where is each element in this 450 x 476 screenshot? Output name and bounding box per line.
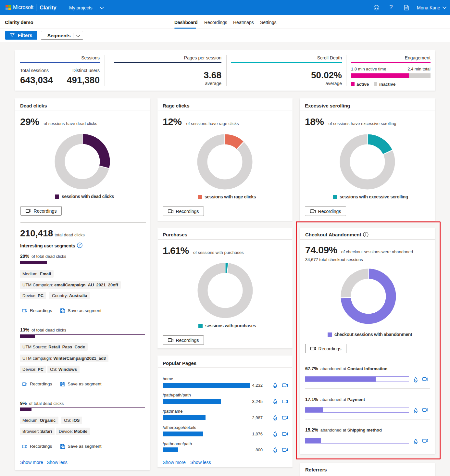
svg-text:?: ? (79, 243, 81, 247)
